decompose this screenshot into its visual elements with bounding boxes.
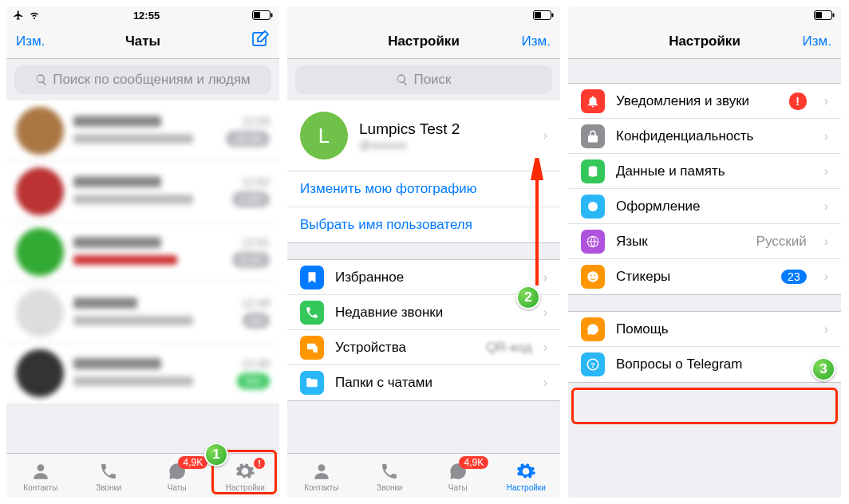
- chevron-right-icon: ›: [543, 305, 547, 320]
- search-placeholder: Поиск по сообщениям и людям: [53, 72, 251, 88]
- battery-icon: [814, 10, 835, 20]
- chat-list: 12:5318,8K 12:523,6K 12:518,4K 12:4963 1…: [6, 100, 279, 453]
- chevron-right-icon: ›: [543, 341, 547, 355]
- tab-contacts[interactable]: Контакты: [287, 454, 356, 498]
- chevron-right-icon: ›: [543, 270, 547, 285]
- chat-row[interactable]: 12:518,4K: [6, 222, 279, 282]
- chevron-right-icon: ›: [824, 199, 828, 214]
- svg-rect-13: [815, 12, 822, 18]
- settings-badge: !: [254, 458, 265, 469]
- appearance-icon: [586, 199, 600, 214]
- status-bar: [287, 6, 560, 24]
- navbar: Изм. Чаты: [6, 24, 279, 59]
- screen-chats: 12:55 Изм. Чаты Поиск по сообщениям и лю…: [6, 6, 279, 498]
- chevron-right-icon: ›: [824, 164, 828, 179]
- profile-name: Lumpics Test 2: [359, 120, 532, 138]
- navbar: Настройки Изм.: [287, 24, 560, 59]
- language-value: Русский: [756, 234, 807, 250]
- chat-row[interactable]: 12:523,6K: [6, 161, 279, 222]
- person-icon: [30, 461, 51, 482]
- screen-settings-1: Настройки Изм. Поиск L Lumpics Test 2@xx…: [287, 6, 560, 498]
- battery-icon: [252, 10, 273, 20]
- chevron-right-icon: ›: [824, 322, 828, 337]
- tab-chats[interactable]: 4,9KЧаты: [424, 454, 492, 498]
- tab-settings[interactable]: Настройки: [492, 454, 561, 498]
- globe-icon: [586, 234, 600, 249]
- navbar: Настройки Изм.: [568, 24, 841, 59]
- svg-text:?: ?: [590, 360, 595, 369]
- svg-point-18: [587, 271, 598, 282]
- row-privacy[interactable]: Конфиденциальность›: [568, 119, 841, 154]
- svg-point-19: [590, 275, 592, 277]
- chevron-right-icon: ›: [824, 94, 828, 108]
- row-data[interactable]: Данные и память›: [568, 154, 841, 189]
- choose-username-link[interactable]: Выбрать имя пользователя: [287, 207, 560, 242]
- tab-calls[interactable]: Звонки: [75, 454, 144, 498]
- row-language[interactable]: ЯзыкРусский›: [568, 224, 841, 259]
- wifi-icon: [28, 10, 41, 20]
- svg-rect-2: [271, 14, 273, 18]
- step-2-marker: 2: [516, 285, 540, 309]
- chevron-right-icon: ›: [824, 270, 828, 284]
- screen-settings-2: Настройки Изм. Уведомления и звуки!› Кон…: [568, 6, 841, 498]
- svg-rect-14: [833, 14, 835, 18]
- stickers-badge: 23: [781, 270, 807, 284]
- gear-icon: [515, 461, 536, 482]
- question-icon: ?: [586, 357, 600, 372]
- chevron-right-icon: ›: [543, 128, 547, 143]
- folder-icon: [305, 376, 319, 390]
- chevron-right-icon: ›: [824, 234, 828, 249]
- row-devices[interactable]: УстройстваQR-код›: [287, 330, 560, 365]
- tab-chats[interactable]: 4,9KЧаты: [143, 454, 211, 498]
- row-appearance[interactable]: Оформление›: [568, 189, 841, 224]
- profile-section: L Lumpics Test 2@xxxxxx › Изменить мою ф…: [287, 100, 560, 243]
- page-title: Чаты: [6, 33, 279, 49]
- chat-icon: [586, 322, 600, 337]
- svg-point-16: [588, 202, 598, 211]
- phone-icon: [305, 305, 319, 320]
- svg-point-10: [318, 464, 325, 471]
- lock-icon: [586, 129, 600, 144]
- row-folders[interactable]: Папки с чатами›: [287, 365, 560, 400]
- page-title: Настройки: [568, 33, 841, 49]
- row-notifications[interactable]: Уведомления и звуки!›: [568, 84, 841, 119]
- battery-icon: [533, 10, 554, 20]
- chats-badge: 4,9K: [178, 456, 207, 469]
- chat-row[interactable]: 12:49960: [6, 343, 279, 404]
- svg-point-20: [594, 275, 595, 277]
- bookmark-icon: [305, 270, 319, 285]
- row-help[interactable]: Помощь›: [568, 312, 841, 347]
- tab-contacts[interactable]: Контакты: [6, 454, 75, 498]
- data-icon: [586, 164, 600, 179]
- status-bar: 12:55: [6, 6, 279, 24]
- search-icon: [35, 73, 48, 86]
- phone-icon: [380, 462, 399, 481]
- step-1-marker: 1: [204, 443, 228, 467]
- edit-button[interactable]: Изм.: [522, 33, 551, 49]
- alert-badge: !: [789, 93, 807, 110]
- profile-row[interactable]: L Lumpics Test 2@xxxxxx ›: [287, 100, 560, 171]
- chat-row[interactable]: 12:5318,8K: [6, 100, 279, 161]
- edit-button[interactable]: Изм.: [16, 33, 45, 49]
- chats-badge: 4,9K: [459, 456, 488, 469]
- status-time: 12:55: [133, 10, 160, 22]
- chevron-right-icon: ›: [543, 376, 547, 390]
- row-stickers[interactable]: Стикеры23›: [568, 259, 841, 294]
- compose-button[interactable]: [251, 30, 270, 53]
- status-bar: [568, 6, 841, 24]
- svg-rect-1: [254, 12, 260, 18]
- search-input[interactable]: Поиск: [295, 65, 552, 94]
- devices-icon: [305, 341, 319, 355]
- edit-button[interactable]: Изм.: [803, 33, 831, 49]
- change-photo-link[interactable]: Изменить мою фотографию: [287, 171, 560, 207]
- search-placeholder: Поиск: [413, 72, 451, 88]
- search-input[interactable]: Поиск по сообщениям и людям: [14, 65, 271, 94]
- svg-rect-6: [535, 12, 541, 18]
- tab-bar: Контакты Звонки 4,9KЧаты !Настройки: [6, 453, 279, 498]
- row-faq[interactable]: ?Вопросы о Telegram›: [568, 347, 841, 382]
- svg-point-4: [37, 464, 44, 471]
- tab-bar: Контакты Звонки 4,9KЧаты Настройки: [287, 453, 560, 498]
- chat-row[interactable]: 12:4963: [6, 282, 279, 343]
- tab-calls[interactable]: Звонки: [356, 454, 424, 498]
- gear-icon: [235, 461, 255, 482]
